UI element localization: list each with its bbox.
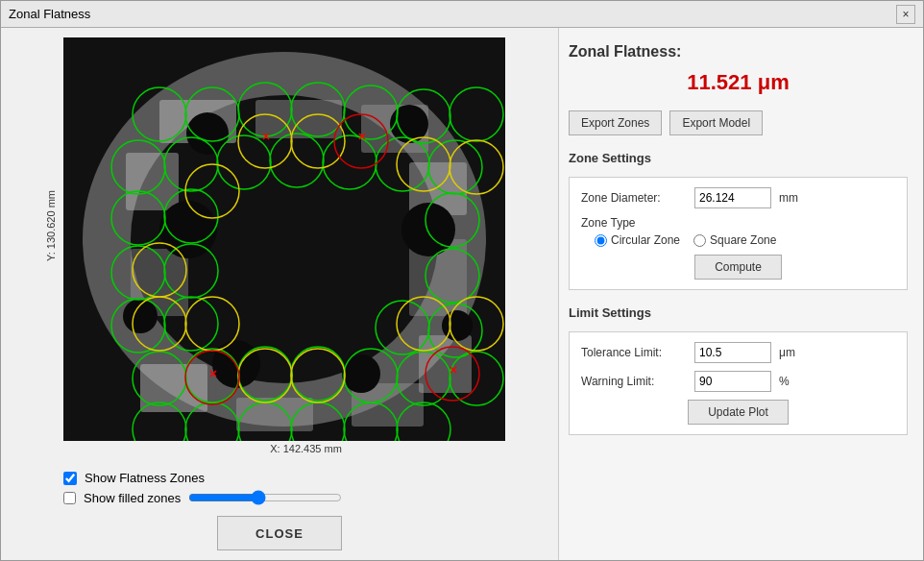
- zonal-flatness-value: 11.521 μm: [569, 70, 908, 95]
- close-button-row: CLOSE: [11, 516, 548, 550]
- tolerance-limit-input[interactable]: [694, 342, 771, 363]
- export-row: Export Zones Export Model: [569, 110, 908, 135]
- zone-diameter-label: Zone Diameter:: [581, 191, 687, 205]
- circular-zone-label: Circular Zone: [611, 233, 680, 247]
- square-zone-option[interactable]: Square Zone: [693, 233, 776, 247]
- canvas-area: Y: 130.620 mm: [11, 37, 548, 463]
- show-flatness-zones-label[interactable]: Show Flatness Zones: [85, 471, 205, 485]
- limit-settings-label: Limit Settings: [569, 305, 908, 320]
- filled-zones-slider[interactable]: [188, 489, 342, 506]
- close-button[interactable]: CLOSE: [217, 516, 342, 550]
- zone-diameter-input[interactable]: [694, 187, 771, 208]
- warning-limit-unit: %: [779, 375, 790, 388]
- zonal-flatness-title: Zonal Flatness:: [569, 43, 908, 61]
- svg-rect-11: [236, 398, 313, 431]
- circular-zone-option[interactable]: Circular Zone: [595, 233, 680, 247]
- warning-limit-label: Warning Limit:: [581, 375, 687, 388]
- square-zone-radio[interactable]: [693, 234, 706, 247]
- zone-settings-label: Zone Settings: [569, 151, 908, 165]
- show-filled-zones-label[interactable]: Show filled zones: [84, 491, 181, 505]
- svg-point-16: [342, 354, 380, 393]
- zone-diameter-unit: mm: [779, 191, 798, 205]
- export-model-button[interactable]: Export Model: [669, 110, 763, 135]
- left-panel: Y: 130.620 mm: [1, 28, 558, 560]
- zone-settings-box: Zone Diameter: mm Zone Type Circular Zon…: [569, 177, 908, 290]
- zone-type-label: Zone Type: [581, 216, 687, 230]
- visualization-svg: [63, 37, 505, 441]
- tolerance-limit-label: Tolerance Limit:: [581, 346, 687, 359]
- title-bar: Zonal Flatness ×: [1, 1, 923, 28]
- show-filled-zones-row: Show filled zones: [63, 489, 548, 506]
- update-plot-button[interactable]: Update Plot: [688, 400, 789, 425]
- svg-point-21: [442, 310, 473, 341]
- content-area: Y: 130.620 mm: [1, 28, 923, 560]
- svg-rect-4: [255, 100, 342, 138]
- circular-zone-radio[interactable]: [595, 234, 607, 247]
- tolerance-limit-row: Tolerance Limit: μm: [581, 342, 895, 363]
- compute-button[interactable]: Compute: [694, 255, 782, 280]
- zone-type-radio-group: Circular Zone Square Zone: [581, 233, 895, 247]
- square-zone-label: Square Zone: [710, 233, 776, 247]
- export-zones-button[interactable]: Export Zones: [569, 110, 662, 135]
- limit-settings-box: Tolerance Limit: μm Warning Limit: % Upd…: [569, 331, 908, 435]
- show-flatness-zones-row: Show Flatness Zones: [63, 471, 548, 485]
- x-axis-label: X: 142.435 mm: [63, 443, 548, 454]
- svg-point-17: [401, 203, 455, 256]
- tolerance-limit-unit: μm: [779, 346, 795, 359]
- warning-limit-row: Warning Limit: %: [581, 371, 895, 392]
- zone-type-row: Zone Type: [581, 216, 895, 230]
- zone-diameter-row: Zone Diameter: mm: [581, 187, 895, 208]
- svg-rect-10: [140, 364, 207, 412]
- y-axis-label: Y: 130.620 mm: [45, 190, 57, 261]
- window-title: Zonal Flatness: [9, 7, 90, 21]
- show-filled-zones-checkbox[interactable]: [63, 492, 76, 504]
- show-flatness-zones-checkbox[interactable]: [63, 472, 77, 485]
- window-close-button[interactable]: ×: [896, 5, 915, 24]
- right-panel: Zonal Flatness: 11.521 μm Export Zones E…: [558, 28, 923, 560]
- window: Zonal Flatness × Y: 130.620 mm: [0, 0, 924, 561]
- image-canvas: [63, 37, 505, 441]
- warning-limit-input[interactable]: [694, 371, 771, 392]
